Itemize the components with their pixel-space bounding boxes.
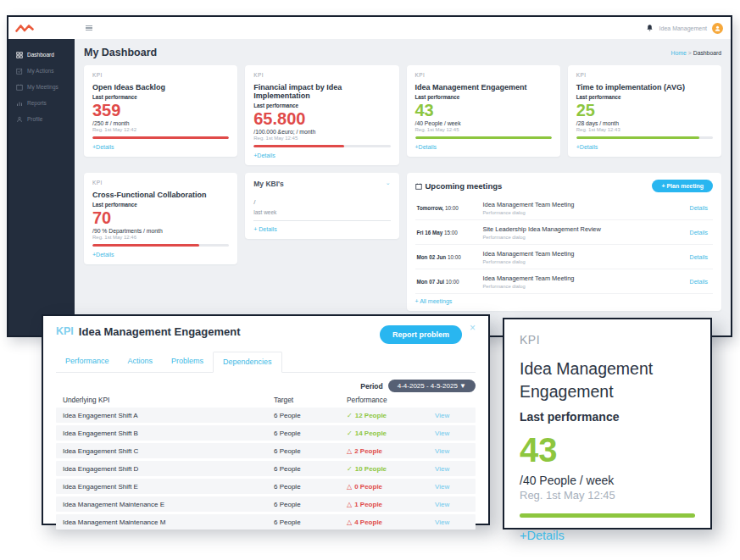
kpi-unit: /90 % Departments / month bbox=[92, 228, 229, 234]
kpi-card-time-to-implementation: KPI Time to implementation (AVG) Last pe… bbox=[568, 65, 721, 157]
profile-icon bbox=[16, 116, 23, 123]
status-icon: ✓ bbox=[347, 412, 353, 419]
cell-target: 6 People bbox=[274, 447, 347, 455]
modal-kpi-tag: KPI bbox=[56, 325, 74, 337]
my-kbis-card: My KBI's ⌄ / last week + Details bbox=[245, 173, 398, 239]
kpi-subtitle: Last performance bbox=[520, 410, 695, 424]
breadcrumb-home-link[interactable]: Home bbox=[671, 50, 687, 56]
sidebar-item-my-meetings[interactable]: My Meetings bbox=[8, 79, 75, 95]
breadcrumb: Home>Dashboard bbox=[671, 50, 721, 56]
view-link[interactable]: View bbox=[435, 501, 469, 508]
kpi-card-open-ideas-backlog: KPI Open Ideas Backlog Last performance … bbox=[84, 65, 237, 157]
kpi-progress-bar bbox=[92, 244, 229, 247]
details-link[interactable]: +Details bbox=[92, 252, 229, 258]
meeting-details-link[interactable]: Details bbox=[690, 279, 711, 285]
details-link[interactable]: +Details bbox=[92, 144, 229, 150]
tab-problems[interactable]: Problems bbox=[162, 352, 213, 372]
kpi-value: 65.800 bbox=[253, 110, 390, 127]
dashboard-window: Idea Management Dashboard My Actions My … bbox=[7, 15, 732, 337]
kpi-unit: /250 # / month bbox=[92, 120, 229, 126]
report-problem-button[interactable]: Report problem bbox=[380, 325, 462, 344]
upcoming-meetings-card: Upcoming meetings + Plan meeting Tomorro… bbox=[407, 173, 722, 311]
view-link[interactable]: View bbox=[435, 483, 469, 491]
view-link[interactable]: View bbox=[435, 465, 469, 473]
sidebar-item-label: Reports bbox=[27, 100, 47, 106]
sidebar-item-my-actions[interactable]: My Actions bbox=[8, 63, 75, 79]
kbis-value: / bbox=[253, 198, 390, 206]
view-link[interactable]: View bbox=[435, 430, 469, 437]
kpi-title: Idea Management Engagement bbox=[415, 83, 552, 91]
bar-chart-icon bbox=[16, 100, 23, 107]
table-row: Idea Management Maintenance M 6 People △… bbox=[56, 514, 476, 530]
meeting-row: Mon 07 Jul 10:00 Idea Management Team Me… bbox=[415, 269, 714, 294]
details-link[interactable]: +Details bbox=[520, 529, 695, 542]
kpi-title: Financial impact by Idea Implementation bbox=[253, 83, 390, 100]
kpi-unit: /40 People / week bbox=[415, 120, 552, 126]
meeting-details-link[interactable]: Details bbox=[690, 230, 711, 236]
dashboard-content: My Dashboard Home>Dashboard KPI Open Ide… bbox=[75, 39, 731, 335]
view-link[interactable]: View bbox=[435, 447, 469, 455]
details-link[interactable]: +Details bbox=[576, 144, 713, 150]
details-link[interactable]: +Details bbox=[253, 152, 390, 158]
kpi-reg-date: Reg. 1st May 12:42 bbox=[92, 127, 229, 132]
avatar[interactable] bbox=[712, 23, 723, 34]
menu-icon[interactable] bbox=[86, 25, 92, 31]
calendar-icon bbox=[415, 183, 422, 190]
notification-icon[interactable] bbox=[646, 24, 654, 32]
kpi-card-financial-impact: KPI Financial impact by Idea Implementat… bbox=[245, 65, 398, 165]
tab-actions[interactable]: Actions bbox=[119, 352, 163, 372]
kpi-tag: KPI bbox=[576, 72, 713, 78]
cell-kpi: Idea Management Maintenance M bbox=[63, 518, 274, 526]
tab-performance[interactable]: Performance bbox=[56, 352, 119, 372]
sidebar-item-dashboard[interactable]: Dashboard bbox=[8, 47, 75, 63]
kpi-value: 43 bbox=[415, 102, 552, 119]
status-icon: △ bbox=[347, 447, 352, 455]
status-icon: △ bbox=[347, 483, 352, 491]
cell-performance: △0 People bbox=[347, 483, 435, 491]
close-icon[interactable]: × bbox=[470, 322, 476, 334]
kpi-subtitle: Last performance bbox=[253, 103, 390, 108]
meeting-details-link[interactable]: Details bbox=[690, 254, 711, 260]
details-link[interactable]: +Details bbox=[415, 144, 552, 150]
view-link[interactable]: View bbox=[435, 518, 469, 526]
plan-meeting-button[interactable]: + Plan meeting bbox=[652, 180, 713, 192]
calendar-icon bbox=[16, 84, 23, 91]
sidebar-item-label: My Actions bbox=[27, 68, 53, 74]
details-link[interactable]: + Details bbox=[253, 226, 390, 232]
meetings-title: Upcoming meetings bbox=[426, 181, 503, 191]
sidebar-item-reports[interactable]: Reports bbox=[8, 95, 75, 111]
all-meetings-link[interactable]: + All meetings bbox=[415, 298, 714, 304]
expand-icon[interactable]: ⌄ bbox=[386, 180, 391, 186]
kpi-zoomed-card: KPI Idea Management Engagement Last perf… bbox=[503, 318, 712, 530]
kpi-unit: /100.000 &euro; / month bbox=[253, 129, 390, 135]
app-logo[interactable] bbox=[8, 23, 75, 34]
kbis-title: My KBI's bbox=[253, 180, 284, 188]
kpi-card-cross-functional-collaboration: KPI Cross-Functional Collaboration Last … bbox=[84, 173, 237, 264]
kpi-tag: KPI bbox=[415, 72, 552, 78]
meeting-when: Tomorrow, 10:00 bbox=[417, 205, 483, 211]
kpi-progress-bar bbox=[576, 136, 713, 139]
sidebar-item-label: Profile bbox=[27, 116, 42, 122]
meeting-subtitle: Performance dialog bbox=[483, 210, 690, 215]
meeting-title: Site Leadership Idea Management Review bbox=[483, 225, 690, 233]
kbis-subtitle: last week bbox=[253, 209, 390, 215]
tab-dependencies[interactable]: Dependencies bbox=[213, 352, 282, 373]
meeting-title: Idea Management Team Meeting bbox=[483, 274, 690, 282]
modal-title: Idea Management Engagement bbox=[79, 325, 241, 338]
kpi-reg-date: Reg. 1st May 12:45 bbox=[415, 127, 552, 132]
top-bar: Idea Management bbox=[8, 17, 731, 39]
meeting-when: Mon 02 Jun 10:00 bbox=[417, 254, 483, 260]
kpi-unit: /28 days / month bbox=[576, 120, 713, 126]
period-selector[interactable]: 4-4-2025 - 4-5-2025 ▼ bbox=[388, 380, 476, 392]
divider bbox=[253, 220, 390, 221]
meeting-when: Fri 16 May 15:00 bbox=[417, 230, 483, 236]
cell-performance: △1 People bbox=[347, 501, 435, 508]
kpi-subtitle: Last performance bbox=[415, 94, 552, 100]
kpi-tag: KPI bbox=[92, 180, 229, 186]
sidebar-item-profile[interactable]: Profile bbox=[8, 111, 75, 127]
meeting-details-link[interactable]: Details bbox=[690, 205, 711, 211]
kpi-detail-modal: KPI Idea Management Engagement Report pr… bbox=[42, 314, 490, 525]
view-link[interactable]: View bbox=[435, 412, 469, 419]
kpi-subtitle: Last performance bbox=[92, 94, 229, 100]
kpi-reg-date: Reg. 1st May 12:45 bbox=[520, 489, 695, 502]
